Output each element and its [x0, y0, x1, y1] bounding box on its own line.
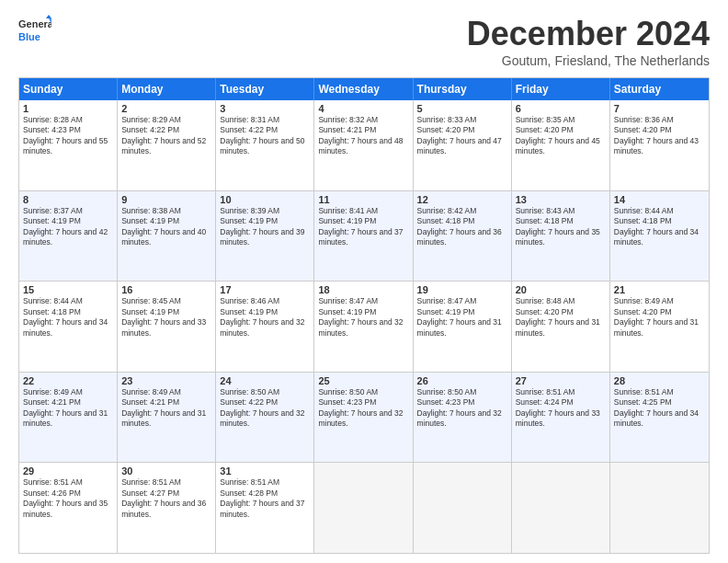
day-number: 1	[23, 103, 113, 114]
day-cell-28: 28 Sunrise: 8:51 AM Sunset: 4:25 PM Dayl…	[610, 373, 709, 463]
day-number: 19	[417, 284, 507, 295]
logo-graphic: General Blue	[18, 15, 51, 48]
svg-text:General: General	[18, 18, 51, 29]
cell-info: Sunrise: 8:43 AM Sunset: 4:18 PM Dayligh…	[516, 206, 606, 248]
cell-info: Sunrise: 8:37 AM Sunset: 4:19 PM Dayligh…	[23, 206, 113, 248]
empty-cell-4-3	[314, 463, 413, 553]
cell-info: Sunrise: 8:39 AM Sunset: 4:19 PM Dayligh…	[220, 206, 310, 248]
cell-info: Sunrise: 8:50 AM Sunset: 4:23 PM Dayligh…	[318, 387, 408, 430]
logo-svg: General Blue	[18, 15, 51, 48]
day-cell-20: 20 Sunrise: 8:48 AM Sunset: 4:20 PM Dayl…	[512, 282, 610, 372]
day-cell-12: 12 Sunrise: 8:42 AM Sunset: 4:18 PM Dayl…	[414, 191, 512, 282]
day-number: 11	[318, 194, 408, 205]
day-cell-31: 31 Sunrise: 8:51 AM Sunset: 4:28 PM Dayl…	[216, 463, 314, 553]
cell-info: Sunrise: 8:51 AM Sunset: 4:25 PM Dayligh…	[614, 387, 705, 430]
cell-info: Sunrise: 8:35 AM Sunset: 4:20 PM Dayligh…	[516, 115, 606, 157]
cell-info: Sunrise: 8:51 AM Sunset: 4:24 PM Dayligh…	[516, 387, 606, 430]
header-day-sunday: Sunday	[19, 78, 118, 100]
day-cell-26: 26 Sunrise: 8:50 AM Sunset: 4:23 PM Dayl…	[414, 373, 512, 463]
day-cell-16: 16 Sunrise: 8:45 AM Sunset: 4:19 PM Dayl…	[118, 282, 216, 372]
day-number: 25	[318, 375, 408, 386]
day-number: 13	[516, 194, 606, 205]
header-day-friday: Friday	[512, 78, 610, 100]
cell-info: Sunrise: 8:50 AM Sunset: 4:23 PM Dayligh…	[417, 387, 507, 430]
cell-info: Sunrise: 8:51 AM Sunset: 4:28 PM Dayligh…	[220, 477, 310, 520]
day-number: 2	[121, 103, 211, 114]
cell-info: Sunrise: 8:44 AM Sunset: 4:18 PM Dayligh…	[23, 296, 113, 339]
day-number: 9	[121, 194, 211, 205]
cell-info: Sunrise: 8:36 AM Sunset: 4:20 PM Dayligh…	[614, 115, 705, 157]
page: General Blue December 2024 Goutum, Fries…	[0, 0, 728, 563]
day-cell-17: 17 Sunrise: 8:46 AM Sunset: 4:19 PM Dayl…	[216, 282, 314, 372]
day-cell-9: 9 Sunrise: 8:38 AM Sunset: 4:19 PM Dayli…	[118, 191, 216, 282]
day-number: 4	[318, 103, 408, 114]
empty-cell-4-6	[610, 463, 709, 553]
day-number: 30	[121, 465, 211, 477]
cell-info: Sunrise: 8:29 AM Sunset: 4:22 PM Dayligh…	[121, 115, 211, 157]
day-cell-14: 14 Sunrise: 8:44 AM Sunset: 4:18 PM Dayl…	[610, 191, 709, 282]
day-cell-25: 25 Sunrise: 8:50 AM Sunset: 4:23 PM Dayl…	[314, 373, 413, 463]
day-cell-3: 3 Sunrise: 8:31 AM Sunset: 4:22 PM Dayli…	[216, 100, 314, 190]
day-number: 27	[516, 375, 606, 386]
day-number: 29	[23, 465, 113, 477]
day-number: 28	[614, 375, 705, 386]
week-row-5: 29 Sunrise: 8:51 AM Sunset: 4:26 PM Dayl…	[19, 462, 709, 553]
day-cell-18: 18 Sunrise: 8:47 AM Sunset: 4:19 PM Dayl…	[314, 282, 413, 372]
calendar-body: 1 Sunrise: 8:28 AM Sunset: 4:23 PM Dayli…	[19, 100, 709, 553]
day-cell-7: 7 Sunrise: 8:36 AM Sunset: 4:20 PM Dayli…	[610, 100, 709, 190]
day-number: 7	[614, 103, 705, 114]
day-number: 20	[516, 284, 606, 295]
calendar: SundayMondayTuesdayWednesdayThursdayFrid…	[18, 77, 710, 554]
header-day-tuesday: Tuesday	[216, 78, 314, 100]
day-number: 6	[516, 103, 606, 114]
day-cell-13: 13 Sunrise: 8:43 AM Sunset: 4:18 PM Dayl…	[512, 191, 610, 282]
day-cell-30: 30 Sunrise: 8:51 AM Sunset: 4:27 PM Dayl…	[118, 463, 216, 553]
day-number: 14	[614, 194, 705, 205]
cell-info: Sunrise: 8:38 AM Sunset: 4:19 PM Dayligh…	[121, 206, 211, 248]
day-number: 12	[417, 194, 507, 205]
day-cell-2: 2 Sunrise: 8:29 AM Sunset: 4:22 PM Dayli…	[118, 100, 216, 190]
day-number: 10	[220, 194, 310, 205]
cell-info: Sunrise: 8:28 AM Sunset: 4:23 PM Dayligh…	[23, 115, 113, 157]
day-number: 15	[23, 284, 113, 295]
header-day-monday: Monday	[118, 78, 216, 100]
day-cell-19: 19 Sunrise: 8:47 AM Sunset: 4:19 PM Dayl…	[414, 282, 512, 372]
week-row-1: 1 Sunrise: 8:28 AM Sunset: 4:23 PM Dayli…	[19, 100, 709, 190]
day-number: 5	[417, 103, 507, 114]
day-cell-5: 5 Sunrise: 8:33 AM Sunset: 4:20 PM Dayli…	[414, 100, 512, 190]
day-cell-11: 11 Sunrise: 8:41 AM Sunset: 4:19 PM Dayl…	[314, 191, 413, 282]
cell-info: Sunrise: 8:51 AM Sunset: 4:26 PM Dayligh…	[23, 477, 113, 520]
day-number: 18	[318, 284, 408, 295]
day-cell-29: 29 Sunrise: 8:51 AM Sunset: 4:26 PM Dayl…	[19, 463, 118, 553]
cell-info: Sunrise: 8:45 AM Sunset: 4:19 PM Dayligh…	[121, 296, 211, 339]
cell-info: Sunrise: 8:47 AM Sunset: 4:19 PM Dayligh…	[318, 296, 408, 339]
day-cell-4: 4 Sunrise: 8:32 AM Sunset: 4:21 PM Dayli…	[314, 100, 413, 190]
day-cell-10: 10 Sunrise: 8:39 AM Sunset: 4:19 PM Dayl…	[216, 191, 314, 282]
day-cell-6: 6 Sunrise: 8:35 AM Sunset: 4:20 PM Dayli…	[512, 100, 610, 190]
day-cell-8: 8 Sunrise: 8:37 AM Sunset: 4:19 PM Dayli…	[19, 191, 118, 282]
empty-cell-4-5	[512, 463, 610, 553]
day-number: 22	[23, 375, 113, 386]
day-cell-23: 23 Sunrise: 8:49 AM Sunset: 4:21 PM Dayl…	[118, 373, 216, 463]
day-cell-1: 1 Sunrise: 8:28 AM Sunset: 4:23 PM Dayli…	[19, 100, 118, 190]
day-number: 26	[417, 375, 507, 386]
calendar-header: SundayMondayTuesdayWednesdayThursdayFrid…	[19, 78, 709, 100]
day-number: 24	[220, 375, 310, 386]
cell-info: Sunrise: 8:49 AM Sunset: 4:21 PM Dayligh…	[23, 387, 113, 430]
week-row-3: 15 Sunrise: 8:44 AM Sunset: 4:18 PM Dayl…	[19, 281, 709, 372]
svg-text:Blue: Blue	[18, 31, 40, 42]
cell-info: Sunrise: 8:42 AM Sunset: 4:18 PM Dayligh…	[417, 206, 507, 248]
day-cell-27: 27 Sunrise: 8:51 AM Sunset: 4:24 PM Dayl…	[512, 373, 610, 463]
header-day-wednesday: Wednesday	[314, 78, 413, 100]
header-day-thursday: Thursday	[414, 78, 512, 100]
cell-info: Sunrise: 8:41 AM Sunset: 4:19 PM Dayligh…	[318, 206, 408, 248]
cell-info: Sunrise: 8:33 AM Sunset: 4:20 PM Dayligh…	[417, 115, 507, 157]
logo: General Blue	[18, 15, 51, 48]
day-cell-22: 22 Sunrise: 8:49 AM Sunset: 4:21 PM Dayl…	[19, 373, 118, 463]
day-cell-24: 24 Sunrise: 8:50 AM Sunset: 4:22 PM Dayl…	[216, 373, 314, 463]
day-number: 21	[614, 284, 705, 295]
day-number: 17	[220, 284, 310, 295]
cell-info: Sunrise: 8:31 AM Sunset: 4:22 PM Dayligh…	[220, 115, 310, 157]
cell-info: Sunrise: 8:49 AM Sunset: 4:20 PM Dayligh…	[614, 296, 705, 339]
day-cell-15: 15 Sunrise: 8:44 AM Sunset: 4:18 PM Dayl…	[19, 282, 118, 372]
